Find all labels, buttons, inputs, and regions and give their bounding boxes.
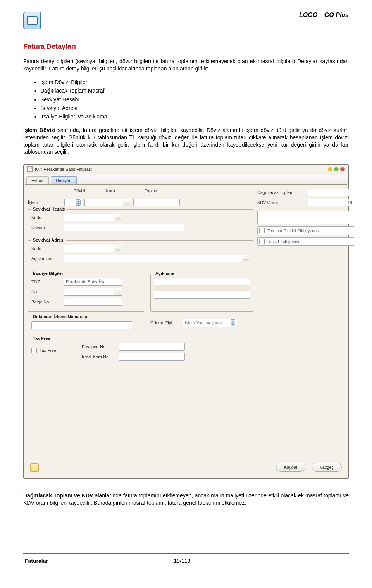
- teminat-check-row[interactable]: Teminat Riskini Etkileyecek: [257, 226, 354, 235]
- document-page: LOGO – GO Plus Fatura Detayları Fatura d…: [0, 0, 372, 579]
- odeme-label: Ödeme Tipi: [150, 321, 183, 325]
- paragraph-2-lead: İşlem Dövizi: [23, 127, 55, 133]
- pasaport-label: Pasaport No.: [82, 345, 119, 349]
- irsaliye-legend: İrsaliye Bilgileri: [31, 271, 66, 276]
- dagitilacak-input[interactable]: [308, 189, 354, 196]
- taxfree-legend: Tax Free: [31, 336, 52, 341]
- sevkiyat-hesabi-group: Sevkiyat Hesabı Kodu ... Unvanı: [28, 209, 253, 237]
- col-toplam: Toplam: [126, 189, 177, 193]
- intro-paragraph: Fatura detay bilgileri (sevkiyat bilgile…: [23, 58, 349, 72]
- bullet-item: Sevkiyat Hesabı: [40, 95, 349, 104]
- dokuman-input[interactable]: [31, 321, 132, 329]
- lookup-icon[interactable]: ...: [114, 288, 122, 295]
- lookup-icon[interactable]: ...: [123, 199, 131, 206]
- cancel-button[interactable]: Vazgeç: [312, 463, 342, 472]
- islem-currency-value: TL: [66, 200, 71, 205]
- bullet-item: İşlem Dövizi Bilgileri: [40, 78, 349, 86]
- left-column: Dövizi Kuru Toplam İşlem TL ▲▼ ...: [28, 189, 253, 371]
- tab-fatura[interactable]: Fatura: [26, 176, 49, 184]
- sevkiyat-hesabi-legend: Sevkiyat Hesabı: [31, 207, 67, 211]
- sa-kodu-label: Kodu: [31, 246, 64, 251]
- bullet-item: Sevkiyat Adresi: [40, 104, 349, 112]
- paragraph-3: Dağıtılacak Toplam ve KDV alanlarında fa…: [23, 492, 349, 507]
- page-number: 19/113: [174, 558, 191, 564]
- ir-belge-label: Belge No.: [31, 300, 64, 304]
- teminat-checkbox[interactable]: [259, 228, 265, 233]
- ir-no-input[interactable]: ...: [64, 288, 122, 296]
- lookup-icon[interactable]: ...: [114, 214, 122, 221]
- dagitilacak-label: Dağıtılacak Toplam: [257, 190, 308, 195]
- lookup-icon[interactable]: ...: [242, 255, 250, 262]
- tab-bar: Fatura Detaylar: [25, 175, 347, 185]
- sa-kodu-input[interactable]: ...: [64, 245, 122, 252]
- sa-acik-input[interactable]: ...: [64, 255, 250, 262]
- paragraph-3-lead: Dağıtılacak Toplam ve KDV: [23, 492, 93, 499]
- document-icon: [27, 166, 33, 172]
- odeme-select[interactable]: İşlem Yapılmayacak ▲▼: [183, 319, 237, 327]
- section-title: Fatura Detayları: [23, 43, 349, 51]
- app-logo-icon: [23, 12, 41, 29]
- ir-no-label: No.: [31, 290, 64, 294]
- kredi-label: Kredi Kartı No.: [82, 355, 119, 359]
- right-column: Dağıtılacak Toplam KDV Oranı 18 Teminat …: [257, 189, 354, 371]
- kuru-input[interactable]: ...: [84, 199, 131, 206]
- column-headers: Dövizi Kuru Toplam: [64, 189, 253, 193]
- sevkiyat-adresi-group: Sevkiyat Adresi Kodu ... Açıklaması ...: [28, 240, 253, 268]
- teminat-label: Teminat Riskini Etkileyecek: [267, 228, 319, 233]
- bullet-item: İrsaliye Bilgileri ve Açıklama: [40, 112, 349, 121]
- dialog-window: (07) Perakende Satış Faturası - Fatura D…: [23, 164, 349, 479]
- note-icon[interactable]: [30, 463, 39, 472]
- empty-panel-1: [257, 211, 354, 224]
- sh-kodu-input[interactable]: ...: [64, 214, 122, 221]
- islem-row: İşlem TL ▲▼ ...: [28, 199, 253, 206]
- paragraph-2-rest: satırında, fatura geneline ait işlem döv…: [23, 127, 349, 155]
- odeme-value: İşlem Yapılmayacak: [185, 321, 222, 325]
- maximize-icon[interactable]: [334, 167, 339, 171]
- irsaliye-group: İrsaliye Bilgileri Türü Perakende Satış …: [28, 274, 144, 312]
- page-header: LOGO – GO Plus: [23, 12, 349, 29]
- aciklama-group: Açıklama: [150, 274, 253, 312]
- window-title: (07) Perakende Satış Faturası -: [35, 167, 95, 171]
- lookup-icon[interactable]: ...: [114, 245, 122, 252]
- stepper-icon: ▲▼: [231, 319, 235, 326]
- islem-label: İşlem: [28, 200, 64, 205]
- kredi-input[interactable]: [119, 353, 185, 361]
- ir-turu-label: Türü: [31, 279, 64, 284]
- sh-kodu-label: Kodu: [31, 215, 64, 220]
- sa-acik-label: Açıklaması: [31, 256, 64, 261]
- window-titlebar: (07) Perakende Satış Faturası -: [25, 166, 347, 173]
- riski-checkbox[interactable]: [259, 239, 265, 244]
- minimize-icon[interactable]: [328, 167, 332, 171]
- form-area: Dövizi Kuru Toplam İşlem TL ▲▼ ...: [25, 185, 347, 477]
- pasaport-input[interactable]: [119, 343, 185, 351]
- islem-currency-select[interactable]: TL ▲▼: [64, 199, 82, 206]
- sh-unvani-input[interactable]: [64, 224, 184, 231]
- bullet-item: Dağıtılacak Toplam Masraf: [40, 86, 349, 95]
- riski-check-row[interactable]: Riski Etkileyecek: [257, 237, 354, 246]
- close-icon[interactable]: [340, 167, 345, 171]
- sa-legend: Sevkiyat Adresi: [31, 238, 66, 242]
- sh-unvani-label: Unvanı: [31, 225, 64, 230]
- stepper-icon: ▲▼: [76, 199, 81, 206]
- aciklama-legend: Açıklama: [154, 271, 176, 276]
- toplam-input[interactable]: [133, 199, 180, 206]
- ir-turu-input[interactable]: Perakende Satış İrsa: [64, 278, 122, 286]
- dialog-footer: Kaydet Vazgeç: [28, 460, 344, 474]
- tab-detaylar[interactable]: Detaylar: [51, 176, 77, 184]
- dokuman-group: Doküman İzleme Numarası: [28, 317, 144, 333]
- ir-belge-input[interactable]: [64, 298, 122, 306]
- kdv-input[interactable]: 18: [308, 199, 354, 206]
- footer-title: Faturalar: [25, 558, 48, 564]
- brand-title: LOGO – GO Plus: [299, 12, 349, 19]
- header-divider: [23, 33, 349, 33]
- kdv-label: KDV Oranı: [257, 200, 308, 205]
- bullet-list: İşlem Dövizi Bilgileri Dağıtılacak Topla…: [40, 78, 349, 121]
- footer-divider: [23, 553, 349, 554]
- aciklama-list[interactable]: [154, 278, 250, 299]
- taxfree-cb-label: Tax Free: [40, 348, 56, 353]
- page-footer: Faturalar 19/113: [23, 553, 349, 564]
- window-controls: [328, 167, 345, 171]
- dokuman-legend: Doküman İzleme Numarası: [31, 314, 89, 319]
- save-button[interactable]: Kaydet: [276, 463, 305, 472]
- taxfree-checkbox[interactable]: [31, 348, 37, 353]
